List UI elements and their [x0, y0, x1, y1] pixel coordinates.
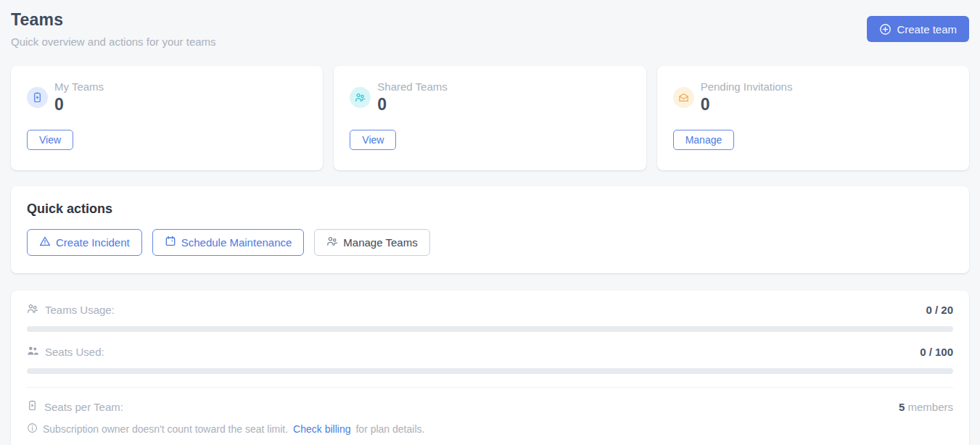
shared-teams-card: Shared Teams 0 View: [334, 66, 646, 170]
teams-usage-progressbar: [27, 326, 953, 332]
pending-invitations-card: Pending Invitations 0 Manage: [657, 66, 969, 170]
card-label: Pending Invitations: [701, 80, 793, 93]
my-teams-card-text: My Teams 0: [54, 80, 104, 115]
users-icon: [326, 236, 338, 249]
seats-per-team-value: 5 members: [899, 401, 953, 413]
note-text-before: Subscription owner doesn't count toward …: [43, 423, 288, 435]
seats-used-label: Seats Used:: [45, 346, 104, 358]
calendar-icon: [165, 236, 176, 249]
card-label: My Teams: [54, 80, 104, 93]
create-team-label: Create team: [897, 23, 957, 36]
seats-per-team-suffix: members: [907, 401, 953, 413]
seat-limit-note: Subscription owner doesn't count toward …: [27, 423, 953, 436]
check-billing-link[interactable]: Check billing: [293, 423, 350, 435]
create-team-button[interactable]: Create team: [867, 16, 969, 42]
quick-actions-title: Quick actions: [27, 201, 953, 217]
page-title: Teams: [11, 10, 216, 30]
page-header-text: Teams Quick overview and actions for you…: [11, 10, 216, 48]
manage-invitations-button[interactable]: Manage: [673, 130, 735, 150]
warning-triangle-icon: [39, 236, 51, 249]
seats-used-value: 0 / 100: [920, 346, 953, 358]
teams-page: Teams Quick overview and actions for you…: [0, 0, 980, 445]
stat-cards-row: My Teams 0 View Shared Teams: [11, 66, 969, 170]
schedule-maintenance-button[interactable]: Schedule Maintenance: [152, 229, 305, 256]
create-incident-label: Create Incident: [56, 236, 130, 249]
schedule-maintenance-label: Schedule Maintenance: [181, 236, 292, 249]
users-outline-icon: [27, 303, 38, 317]
id-badge-icon: [27, 400, 38, 413]
shared-teams-card-text: Shared Teams 0: [377, 80, 447, 115]
users-icon: [350, 87, 371, 108]
page-header: Teams Quick overview and actions for you…: [11, 10, 969, 48]
info-circle-icon: [27, 423, 38, 436]
seats-used-row: Seats Used: 0 / 100: [27, 345, 953, 359]
id-badge-icon: [27, 87, 48, 108]
mail-open-icon: [673, 87, 694, 108]
seats-used-progressbar: [27, 368, 953, 374]
quick-actions-panel: Quick actions Create Incident: [11, 186, 969, 273]
manage-teams-label: Manage Teams: [343, 236, 417, 249]
circle-plus-icon: [879, 23, 892, 36]
usage-divider: [27, 387, 953, 388]
teams-usage-label: Teams Usage:: [45, 304, 115, 316]
card-value: 0: [701, 95, 793, 115]
my-teams-card: My Teams 0 View: [11, 66, 323, 170]
card-value: 0: [377, 95, 447, 115]
card-label: Shared Teams: [377, 80, 447, 93]
page-subtitle: Quick overview and actions for your team…: [11, 36, 216, 48]
pending-invitations-card-text: Pending Invitations 0: [701, 80, 793, 115]
quick-actions-buttons: Create Incident Schedule Maintenance: [27, 229, 953, 256]
view-my-teams-button[interactable]: View: [27, 130, 73, 150]
manage-teams-button[interactable]: Manage Teams: [314, 229, 429, 256]
note-text-after: for plan details.: [355, 423, 424, 435]
usage-panel: Teams Usage: 0 / 20 Seats Used: 0 / 100: [11, 291, 969, 445]
seats-per-team-number: 5: [899, 401, 905, 413]
seats-per-team-label: Seats per Team:: [44, 401, 123, 413]
card-value: 0: [54, 95, 104, 115]
teams-usage-value: 0 / 20: [926, 304, 953, 316]
create-incident-button[interactable]: Create Incident: [27, 229, 142, 256]
seats-per-team-row: Seats per Team: 5 members: [27, 400, 953, 413]
view-shared-teams-button[interactable]: View: [350, 130, 396, 150]
teams-usage-row: Teams Usage: 0 / 20: [27, 303, 953, 317]
users-filled-icon: [27, 345, 38, 359]
